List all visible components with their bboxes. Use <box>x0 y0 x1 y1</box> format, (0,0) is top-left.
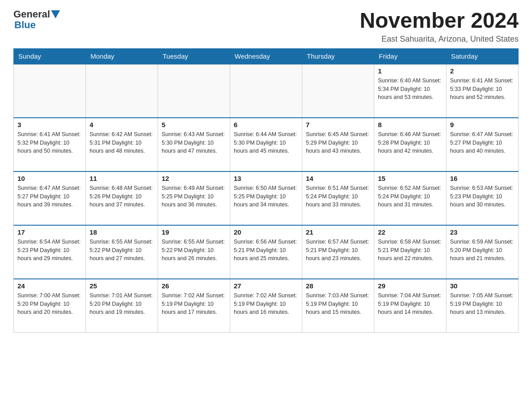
calendar-day-cell: 3Sunrise: 6:41 AM Sunset: 5:32 PM Daylig… <box>14 118 86 171</box>
day-info: Sunrise: 6:47 AM Sunset: 5:27 PM Dayligh… <box>450 130 515 155</box>
logo: General Blue <box>13 9 60 30</box>
calendar-day-cell: 22Sunrise: 6:58 AM Sunset: 5:21 PM Dayli… <box>374 225 446 279</box>
day-info: Sunrise: 6:41 AM Sunset: 5:32 PM Dayligh… <box>17 130 82 155</box>
day-info: Sunrise: 6:58 AM Sunset: 5:21 PM Dayligh… <box>378 238 442 263</box>
day-info: Sunrise: 6:59 AM Sunset: 5:20 PM Dayligh… <box>450 238 515 263</box>
calendar-day-cell: 24Sunrise: 7:00 AM Sunset: 5:20 PM Dayli… <box>14 279 86 333</box>
day-info: Sunrise: 6:45 AM Sunset: 5:29 PM Dayligh… <box>306 130 370 155</box>
day-info: Sunrise: 6:44 AM Sunset: 5:30 PM Dayligh… <box>234 130 298 155</box>
calendar-day-cell: 8Sunrise: 6:46 AM Sunset: 5:28 PM Daylig… <box>374 118 446 171</box>
day-number: 24 <box>17 282 82 290</box>
calendar-day-cell: 30Sunrise: 7:05 AM Sunset: 5:19 PM Dayli… <box>446 279 519 333</box>
calendar-header-saturday: Saturday <box>446 48 519 64</box>
day-number: 11 <box>90 175 154 182</box>
day-number: 5 <box>162 121 226 128</box>
calendar-day-cell: 5Sunrise: 6:43 AM Sunset: 5:30 PM Daylig… <box>158 118 230 171</box>
calendar-day-cell: 7Sunrise: 6:45 AM Sunset: 5:29 PM Daylig… <box>302 118 374 171</box>
location-title: East Sahuarita, Arizona, United States <box>360 34 519 44</box>
svg-marker-0 <box>51 10 60 18</box>
calendar-week-row: 10Sunrise: 6:47 AM Sunset: 5:27 PM Dayli… <box>14 171 519 225</box>
calendar-header-monday: Monday <box>86 48 158 64</box>
calendar-day-cell: 9Sunrise: 6:47 AM Sunset: 5:27 PM Daylig… <box>446 118 519 171</box>
day-number: 29 <box>378 282 442 290</box>
calendar-day-cell: 21Sunrise: 6:57 AM Sunset: 5:21 PM Dayli… <box>302 225 374 279</box>
calendar-day-cell: 10Sunrise: 6:47 AM Sunset: 5:27 PM Dayli… <box>14 171 86 225</box>
calendar-day-cell <box>158 64 230 118</box>
day-number: 17 <box>17 228 82 236</box>
day-info: Sunrise: 6:41 AM Sunset: 5:33 PM Dayligh… <box>450 77 515 102</box>
page-header: General Blue November 2024 East Sahuarit… <box>13 9 519 44</box>
calendar-header-tuesday: Tuesday <box>158 48 230 64</box>
day-info: Sunrise: 6:46 AM Sunset: 5:28 PM Dayligh… <box>378 130 442 155</box>
logo-triangle-icon <box>51 10 60 19</box>
day-number: 8 <box>378 121 442 128</box>
day-number: 25 <box>90 282 154 290</box>
calendar-day-cell: 23Sunrise: 6:59 AM Sunset: 5:20 PM Dayli… <box>446 225 519 279</box>
calendar-day-cell: 1Sunrise: 6:40 AM Sunset: 5:34 PM Daylig… <box>374 64 446 118</box>
day-number: 2 <box>450 67 515 75</box>
calendar-day-cell: 14Sunrise: 6:51 AM Sunset: 5:24 PM Dayli… <box>302 171 374 225</box>
calendar-day-cell: 25Sunrise: 7:01 AM Sunset: 5:20 PM Dayli… <box>86 279 158 333</box>
calendar-header-thursday: Thursday <box>302 48 374 64</box>
day-info: Sunrise: 6:56 AM Sunset: 5:21 PM Dayligh… <box>234 238 298 263</box>
day-number: 20 <box>234 228 298 236</box>
day-info: Sunrise: 6:48 AM Sunset: 5:26 PM Dayligh… <box>90 184 154 209</box>
day-info: Sunrise: 7:02 AM Sunset: 5:19 PM Dayligh… <box>234 291 298 317</box>
calendar-week-row: 24Sunrise: 7:00 AM Sunset: 5:20 PM Dayli… <box>14 279 519 333</box>
calendar-day-cell <box>86 64 158 118</box>
day-number: 1 <box>378 67 442 75</box>
day-info: Sunrise: 6:42 AM Sunset: 5:31 PM Dayligh… <box>90 130 154 155</box>
calendar-day-cell: 11Sunrise: 6:48 AM Sunset: 5:26 PM Dayli… <box>86 171 158 225</box>
calendar-day-cell: 13Sunrise: 6:50 AM Sunset: 5:25 PM Dayli… <box>230 171 302 225</box>
calendar-day-cell <box>302 64 374 118</box>
calendar-day-cell: 15Sunrise: 6:52 AM Sunset: 5:24 PM Dayli… <box>374 171 446 225</box>
calendar-day-cell: 17Sunrise: 6:54 AM Sunset: 5:23 PM Dayli… <box>14 225 86 279</box>
day-number: 7 <box>306 121 370 128</box>
day-info: Sunrise: 6:55 AM Sunset: 5:22 PM Dayligh… <box>90 238 154 263</box>
calendar-day-cell: 29Sunrise: 7:04 AM Sunset: 5:19 PM Dayli… <box>374 279 446 333</box>
day-number: 14 <box>306 175 370 182</box>
calendar-header-row: SundayMondayTuesdayWednesdayThursdayFrid… <box>14 48 519 64</box>
day-info: Sunrise: 6:40 AM Sunset: 5:34 PM Dayligh… <box>378 77 442 102</box>
day-number: 3 <box>17 121 82 128</box>
day-number: 9 <box>450 121 515 128</box>
day-number: 22 <box>378 228 442 236</box>
day-info: Sunrise: 6:49 AM Sunset: 5:25 PM Dayligh… <box>162 184 226 209</box>
calendar-week-row: 17Sunrise: 6:54 AM Sunset: 5:23 PM Dayli… <box>14 225 519 279</box>
day-number: 10 <box>17 175 82 182</box>
day-info: Sunrise: 6:55 AM Sunset: 5:22 PM Dayligh… <box>162 238 226 263</box>
day-info: Sunrise: 7:01 AM Sunset: 5:20 PM Dayligh… <box>90 291 154 317</box>
day-info: Sunrise: 6:54 AM Sunset: 5:23 PM Dayligh… <box>17 238 82 263</box>
day-number: 15 <box>378 175 442 182</box>
calendar-week-row: 1Sunrise: 6:40 AM Sunset: 5:34 PM Daylig… <box>14 64 519 118</box>
calendar-day-cell: 16Sunrise: 6:53 AM Sunset: 5:23 PM Dayli… <box>446 171 519 225</box>
calendar-day-cell: 26Sunrise: 7:02 AM Sunset: 5:19 PM Dayli… <box>158 279 230 333</box>
day-info: Sunrise: 7:02 AM Sunset: 5:19 PM Dayligh… <box>162 291 226 317</box>
calendar-day-cell: 19Sunrise: 6:55 AM Sunset: 5:22 PM Dayli… <box>158 225 230 279</box>
calendar-table: SundayMondayTuesdayWednesdayThursdayFrid… <box>13 48 519 333</box>
day-number: 19 <box>162 228 226 236</box>
day-number: 23 <box>450 228 515 236</box>
calendar-day-cell: 18Sunrise: 6:55 AM Sunset: 5:22 PM Dayli… <box>86 225 158 279</box>
calendar-week-row: 3Sunrise: 6:41 AM Sunset: 5:32 PM Daylig… <box>14 118 519 171</box>
calendar-header-wednesday: Wednesday <box>230 48 302 64</box>
calendar-day-cell <box>230 64 302 118</box>
day-number: 13 <box>234 175 298 182</box>
calendar-day-cell: 2Sunrise: 6:41 AM Sunset: 5:33 PM Daylig… <box>446 64 519 118</box>
day-number: 6 <box>234 121 298 128</box>
day-info: Sunrise: 6:51 AM Sunset: 5:24 PM Dayligh… <box>306 184 370 209</box>
calendar-day-cell: 12Sunrise: 6:49 AM Sunset: 5:25 PM Dayli… <box>158 171 230 225</box>
calendar-day-cell: 20Sunrise: 6:56 AM Sunset: 5:21 PM Dayli… <box>230 225 302 279</box>
day-number: 16 <box>450 175 515 182</box>
day-number: 4 <box>90 121 154 128</box>
month-year-title: November 2024 <box>360 9 519 33</box>
day-number: 26 <box>162 282 226 290</box>
day-number: 21 <box>306 228 370 236</box>
calendar-header-friday: Friday <box>374 48 446 64</box>
logo-blue-text: Blue <box>14 20 36 30</box>
calendar-header-sunday: Sunday <box>14 48 86 64</box>
calendar-day-cell <box>14 64 86 118</box>
calendar-day-cell: 6Sunrise: 6:44 AM Sunset: 5:30 PM Daylig… <box>230 118 302 171</box>
day-info: Sunrise: 7:04 AM Sunset: 5:19 PM Dayligh… <box>378 291 442 317</box>
day-number: 12 <box>162 175 226 182</box>
